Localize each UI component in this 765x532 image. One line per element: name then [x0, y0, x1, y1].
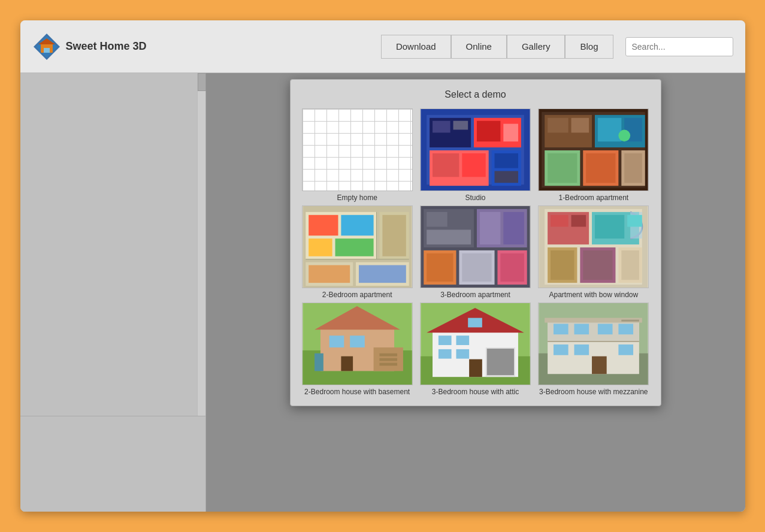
demo-select-modal: Select a demo Empty home [290, 79, 661, 406]
nav-gallery[interactable]: Gallery [507, 35, 566, 59]
sidebar-scrollbar[interactable] [197, 73, 205, 416]
svg-rect-12 [453, 121, 468, 130]
svg-rect-16 [462, 153, 485, 177]
demo-item-empty-home[interactable]: Empty home [300, 108, 415, 202]
svg-rect-107 [554, 324, 569, 334]
svg-rect-87 [341, 356, 353, 371]
nav-links: Download Online Gallery Blog [381, 35, 613, 59]
demo-thumb-3bedroom [420, 205, 531, 288]
svg-rect-41 [309, 238, 332, 256]
svg-rect-86 [350, 335, 365, 347]
logo-area: Sweet Home 3D [32, 32, 147, 61]
demo-item-studio[interactable]: Studio [418, 108, 533, 202]
demo-label-3bedroom: 3-Bedroom apartment [440, 291, 510, 299]
demo-item-house-basement[interactable]: 2-Bedroom house with basement [300, 303, 415, 396]
svg-rect-71 [572, 215, 586, 227]
thumb-visual-2bed [303, 206, 412, 288]
demo-item-bow-window[interactable]: Apartment with bow window [536, 205, 651, 299]
svg-rect-58 [503, 212, 524, 244]
svg-rect-82 [379, 353, 397, 356]
thumb-visual-house2 [303, 303, 412, 385]
svg-rect-42 [335, 238, 373, 256]
svg-rect-109 [598, 324, 613, 334]
demo-thumb-bow-window [538, 205, 649, 288]
demo-label-empty-home: Empty home [337, 194, 377, 202]
demo-grid: Empty home [300, 108, 651, 396]
svg-rect-45 [359, 265, 406, 283]
demo-item-house-mezzanine[interactable]: 3-Bedroom house with mezzanine [536, 303, 651, 396]
svg-rect-111 [554, 344, 569, 355]
demo-item-2bedroom[interactable]: 2-Bedroom apartment [300, 205, 415, 299]
svg-rect-40 [341, 215, 373, 235]
nav-blog[interactable]: Blog [565, 35, 613, 59]
svg-rect-13 [477, 121, 500, 141]
svg-rect-94 [487, 349, 514, 375]
demo-thumb-2bedroom [302, 205, 413, 288]
thumb-visual-3bed [421, 206, 530, 288]
svg-rect-59 [427, 253, 453, 282]
svg-rect-72 [595, 215, 624, 238]
svg-rect-100 [468, 318, 482, 328]
demo-label-1bedroom: 1-Bedroom apartment [558, 194, 628, 202]
demo-item-1bedroom[interactable]: 1-Bedroom apartment [536, 108, 651, 202]
demo-item-3bedroom[interactable]: 3-Bedroom apartment [418, 205, 533, 299]
svg-rect-115 [622, 320, 640, 322]
svg-rect-114 [592, 356, 607, 374]
svg-rect-70 [551, 215, 569, 227]
svg-rect-56 [427, 229, 471, 244]
thumb-visual-bow [539, 206, 648, 288]
svg-rect-74 [551, 250, 574, 280]
svg-rect-88 [315, 353, 323, 371]
nav-bar: Sweet Home 3D Download Online Gallery Bl… [20, 20, 745, 73]
svg-rect-61 [500, 253, 524, 282]
workspace: Select a demo Empty home [206, 73, 745, 512]
demo-label-house-basement: 2-Bedroom house with basement [304, 388, 410, 396]
main-content: Select a demo Empty home [20, 73, 745, 512]
browser-window: Sweet Home 3D Download Online Gallery Bl… [20, 20, 745, 512]
sidebar-scroll-thumb[interactable] [198, 73, 206, 91]
svg-rect-60 [462, 253, 491, 282]
svg-point-33 [619, 129, 631, 141]
svg-rect-98 [456, 349, 469, 359]
demo-item-house-attic[interactable]: 3-Bedroom house with attic [418, 303, 533, 396]
demo-label-bow-window: Apartment with bow window [549, 291, 638, 299]
thumb-visual-studio [421, 109, 530, 191]
svg-rect-43 [382, 215, 406, 256]
logo-icon [32, 32, 61, 61]
svg-rect-95 [439, 335, 452, 345]
svg-rect-30 [548, 153, 577, 183]
logo-text: Sweet Home 3D [66, 40, 147, 53]
demo-thumb-empty-home [302, 108, 413, 191]
svg-rect-73 [627, 215, 642, 227]
thumb-visual-empty [303, 109, 412, 191]
svg-rect-31 [586, 153, 615, 183]
demo-label-studio: Studio [465, 194, 485, 202]
demo-thumb-house-attic [420, 303, 531, 385]
search-input[interactable] [625, 37, 733, 56]
svg-rect-11 [433, 121, 450, 133]
svg-rect-112 [574, 344, 589, 355]
svg-rect-4 [44, 48, 50, 53]
demo-label-house-attic: 3-Bedroom house with attic [432, 388, 519, 396]
sidebar [20, 73, 206, 512]
sidebar-top [20, 73, 206, 416]
svg-rect-99 [469, 359, 482, 377]
svg-rect-32 [625, 153, 643, 183]
modal-overlay: Select a demo Empty home [206, 73, 745, 512]
svg-rect-27 [572, 118, 589, 133]
demo-thumb-studio [420, 108, 531, 191]
modal-title: Select a demo [300, 89, 651, 100]
nav-download[interactable]: Download [381, 35, 451, 59]
svg-rect-39 [309, 215, 338, 235]
svg-rect-97 [439, 349, 452, 359]
demo-label-2bedroom: 2-Bedroom apartment [322, 291, 392, 299]
demo-thumb-house-basement [302, 303, 413, 385]
svg-rect-113 [619, 344, 634, 355]
demo-thumb-1bedroom [538, 108, 649, 191]
sidebar-bottom [20, 416, 206, 512]
svg-rect-75 [583, 250, 613, 280]
nav-online[interactable]: Online [451, 35, 507, 59]
demo-thumb-house-mezzanine [538, 303, 649, 385]
thumb-visual-house3m [539, 303, 648, 385]
svg-rect-15 [433, 153, 459, 177]
